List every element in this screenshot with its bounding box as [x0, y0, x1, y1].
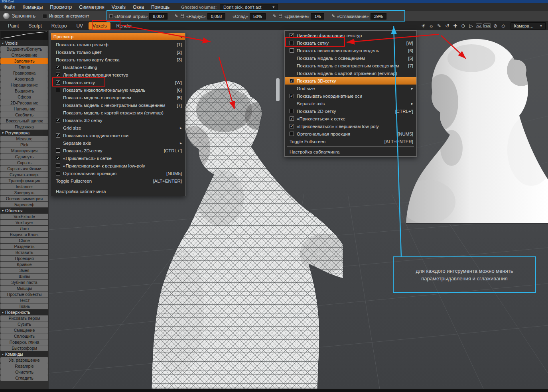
menubar-item[interactable]: Симметрия — [75, 3, 108, 11]
menu-item[interactable]: «Приклеиваться» к вершинам low-poly — [51, 162, 185, 169]
tool-button[interactable]: Кривые — [0, 262, 48, 267]
menu-item[interactable]: Показать только рельеф[1] — [51, 41, 185, 48]
tab-retopo[interactable]: Retopo — [47, 22, 71, 30]
select-arrow-icon[interactable]: ▷ — [468, 23, 475, 29]
color-picker-icon[interactable]: ✎ — [436, 23, 443, 29]
tool-button[interactable]: VoxExtrude — [0, 214, 48, 219]
close-icon[interactable]: x — [180, 34, 183, 39]
menu-item[interactable]: ✓Показать 3D-сетку — [285, 77, 416, 85]
menu-item[interactable]: ✓Показать сетку[W] — [51, 79, 185, 86]
tab-uv[interactable]: UV — [72, 22, 87, 30]
tool-button[interactable]: Сглаживание — [0, 52, 48, 58]
menubar-item[interactable]: Просмотр — [46, 3, 75, 11]
menu-item[interactable]: Separate axis▸ — [51, 139, 185, 147]
sidebar-section-header[interactable]: ▾Voxels — [0, 40, 48, 46]
menu-item[interactable]: Настройка сабпатчинга — [51, 187, 185, 195]
menu-item[interactable]: ✓«Приклеиться» к сетке — [51, 154, 185, 162]
tool-button[interactable]: Текст — [0, 297, 48, 303]
tool-button[interactable]: Скульпт-копир. — [0, 172, 48, 177]
tool-button[interactable]: Сплющить — [0, 333, 48, 339]
menu-item[interactable]: Separate axis▸ — [285, 100, 416, 107]
camera-button[interactable]: Камера… ▾ — [511, 22, 546, 30]
menu-item[interactable]: ✓Линейная фильтрация текстур — [51, 71, 185, 79]
sidebar-section-header[interactable]: ▾Регулировка — [0, 130, 48, 136]
menubar-item[interactable]: Окна — [129, 3, 148, 11]
sidebar-section-header[interactable]: ▾Поверхность — [0, 309, 48, 315]
tool-button[interactable]: Clone — [0, 238, 48, 243]
tool-button[interactable]: Measure — [0, 136, 48, 142]
menu-item[interactable]: Ортогональная проекция[NUM5] — [285, 130, 416, 138]
menubar-item[interactable]: Команды — [19, 3, 47, 11]
tool-button[interactable]: Выдавить — [0, 88, 48, 94]
tool-button[interactable]: Быстроформ — [0, 345, 48, 351]
menu-item[interactable]: ✓«Приклеиваться» к вершинам low-poly — [285, 122, 416, 130]
pen-badge[interactable]: PEN — [483, 24, 491, 28]
menu-item[interactable]: Показать низкополигональную модель[6] — [51, 86, 185, 94]
ghosted-volumes-select[interactable]: Don't pick, don't act ▾ — [220, 4, 278, 10]
menu-item[interactable]: ✓Показывать координатные оси — [285, 92, 416, 100]
tool-button[interactable]: Манипуляция — [0, 148, 48, 154]
menu-item[interactable]: Grid size▸ — [285, 85, 416, 92]
tab-paint[interactable]: Paint — [4, 22, 23, 30]
menu-item[interactable]: Показать низкополигональную модель[6] — [285, 47, 416, 54]
invert-tool-checkbox[interactable] — [43, 14, 47, 18]
tool-button[interactable]: Очистить — [0, 369, 48, 375]
light-icon[interactable]: ☼ — [428, 23, 435, 29]
tool-button[interactable]: Лого — [0, 226, 48, 231]
tool-button[interactable]: Простые объекты — [0, 292, 48, 297]
tool-button[interactable]: Поверхн. глина — [0, 339, 48, 345]
menu-item[interactable]: ✓Показывать координатные оси — [51, 132, 185, 139]
tab-voxels[interactable]: Voxels — [89, 22, 110, 30]
zoom-icon[interactable]: ⊙ — [460, 23, 467, 29]
menu-item[interactable]: Показать модель с освещением[5] — [285, 54, 416, 62]
param-value[interactable]: 1% — [311, 13, 324, 20]
tool-button[interactable]: Глина — [0, 64, 48, 70]
param-value[interactable]: 0,058 — [207, 13, 226, 20]
tool-button[interactable]: Скрыть — [0, 160, 48, 165]
orbit-icon[interactable]: ↺ — [444, 23, 451, 29]
tool-button[interactable]: Сгладить — [0, 375, 48, 381]
param-value[interactable]: 8,000 — [149, 13, 168, 20]
tool-button[interactable]: Проекция — [0, 256, 48, 261]
wireframe-cube-icon[interactable]: ◇ — [500, 23, 507, 29]
tool-button[interactable]: Воксельный щипок — [0, 118, 48, 124]
menu-item[interactable]: ✓Показать 3D-сетку — [51, 116, 185, 124]
tool-button[interactable]: Смещение — [0, 327, 48, 333]
menu-item[interactable]: Показать 2D-сетку[CTRL+'] — [51, 147, 185, 154]
tab-sculpt[interactable]: Sculpt — [24, 22, 45, 30]
tool-button[interactable]: Шипы — [0, 274, 48, 279]
tool-button[interactable]: Instancer — [0, 184, 48, 189]
menu-item[interactable]: Toggle Fullscreen[ALT+ENTER] — [51, 177, 185, 185]
tool-button[interactable]: Аэрограф — [0, 76, 48, 82]
tool-button[interactable]: Гравировка — [0, 70, 48, 76]
param-value[interactable]: 50% — [250, 13, 266, 20]
sidebar-section-header[interactable]: ▾Объекты — [0, 208, 48, 213]
menu-item[interactable]: Показать модель с неконтрастным освещени… — [285, 62, 416, 69]
tool-button[interactable]: Трансформация — [0, 178, 48, 183]
sun-icon[interactable]: ☀ — [420, 23, 427, 29]
menu-item[interactable]: Grid size▸ — [51, 124, 185, 132]
tool-button[interactable]: Pick — [0, 142, 48, 148]
menu-item[interactable]: Показать только карту блеска[3] — [51, 56, 185, 63]
menubar-item[interactable]: Файл — [0, 3, 19, 11]
tool-button[interactable]: Сфера — [0, 94, 48, 100]
tool-button[interactable]: Подтяжка — [0, 124, 48, 130]
tool-button[interactable]: Сузить — [0, 321, 48, 327]
menu-item[interactable]: Ортогональная проекция[NUM5] — [51, 169, 185, 177]
no-pick-icon[interactable]: ⊘ — [492, 23, 499, 29]
tool-button[interactable]: Наращивание — [0, 82, 48, 88]
tool-button[interactable]: Ув. разрешение — [0, 357, 48, 363]
menu-item[interactable]: Настройка сабпатчинга — [285, 148, 416, 156]
popup-titlebar[interactable]: Просмотр x — [51, 33, 185, 40]
alt-badge[interactable]: ALT — [476, 24, 482, 28]
scrollbar-thumb[interactable] — [276, 78, 280, 101]
tool-button[interactable]: Ткань — [0, 303, 48, 309]
menubar-item[interactable]: Voxels — [108, 3, 129, 11]
tool-button[interactable]: Змея — [0, 268, 48, 273]
brush-falloff-preview[interactable] — [0, 31, 48, 40]
tool-button[interactable]: Вырез. и Клон. — [0, 232, 48, 237]
menu-item[interactable]: Toggle Fullscreen[ALT+ENTER] — [285, 138, 416, 145]
tool-button[interactable]: Resample — [0, 363, 48, 369]
tool-button[interactable]: Зубная паста — [0, 280, 48, 285]
menu-item[interactable]: ✓Backface Culling — [51, 63, 185, 71]
